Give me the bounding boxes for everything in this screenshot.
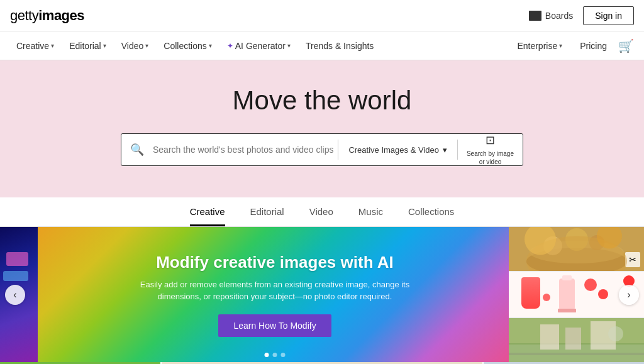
right-image-pie: ✂	[509, 227, 644, 271]
boards-icon	[529, 11, 541, 21]
image-search-icon: ⊡	[486, 133, 495, 148]
carousel-section: Modify creative images with AI Easily ad…	[0, 227, 644, 362]
nav-item-collections[interactable]: Collections ▾	[157, 31, 218, 60]
svg-point-3	[543, 236, 562, 255]
nav-item-editorial[interactable]: Editorial ▾	[63, 31, 113, 60]
main-banner: Modify creative images with AI Easily ad…	[38, 227, 512, 362]
nav-collections-label: Collections	[164, 41, 206, 51]
nav-video-label: Video	[121, 41, 144, 51]
search-type-label: Creative Images & Video	[348, 145, 439, 155]
nav-editorial-label: Editorial	[69, 41, 101, 51]
logo-part2: images	[38, 8, 84, 23]
search-by-image-button[interactable]: ⊡ Search by imageor video	[458, 133, 523, 165]
nav-bar: Creative ▾ Editorial ▾ Video ▾ Collectio…	[0, 31, 644, 60]
search-icon: 🔍	[121, 143, 153, 157]
search-input[interactable]	[153, 145, 338, 155]
nav-right: Enterprise ▾ Pricing 🛒	[511, 31, 634, 60]
banner-subtitle: Easily add or remove elements from an ex…	[124, 279, 426, 303]
svg-point-9	[584, 279, 597, 291]
tab-music[interactable]: Music	[358, 206, 383, 226]
learn-how-button[interactable]: Learn How To Modify	[218, 314, 331, 337]
chevron-down-icon: ▾	[51, 42, 54, 49]
carousel-dot-3[interactable]	[281, 353, 286, 357]
svg-point-11	[543, 294, 550, 301]
carousel-dot-1[interactable]	[265, 353, 269, 357]
svg-point-10	[598, 289, 608, 299]
chevron-down-icon: ▾	[103, 42, 106, 49]
top-bar: gettyimages Boards Sign in	[0, 0, 644, 31]
nav-item-pricing[interactable]: Pricing	[574, 31, 613, 60]
chevron-down-icon: ▾	[287, 42, 291, 49]
search-type-selector[interactable]: Creative Images & Video ▾	[338, 145, 457, 155]
svg-rect-7	[559, 279, 575, 310]
chevron-down-icon: ▾	[443, 145, 447, 155]
carousel-dots	[265, 353, 286, 357]
nav-left: Creative ▾ Editorial ▾ Video ▾ Collectio…	[10, 31, 380, 60]
carousel-next-button[interactable]: ›	[619, 285, 639, 305]
hero-title: Move the world	[233, 85, 412, 116]
right-image-street	[509, 318, 644, 362]
svg-point-5	[565, 228, 588, 251]
svg-rect-14	[509, 343, 644, 362]
image-search-label: Search by imageor video	[467, 150, 514, 166]
tab-editorial[interactable]: Editorial	[250, 206, 284, 226]
nav-item-enterprise[interactable]: Enterprise ▾	[511, 31, 569, 60]
nav-item-video[interactable]: Video ▾	[115, 31, 155, 60]
svg-rect-8	[562, 275, 572, 280]
scissors-icon: ✂	[625, 252, 640, 267]
svg-point-2	[530, 241, 624, 263]
tab-video[interactable]: Video	[309, 206, 333, 226]
svg-point-1	[526, 248, 627, 271]
boards-label: Boards	[545, 11, 573, 21]
boards-button[interactable]: Boards	[529, 11, 573, 21]
ai-sparkle-icon: ✦	[227, 41, 233, 50]
logo[interactable]: gettyimages	[10, 8, 84, 24]
chevron-left-icon: ‹	[13, 289, 16, 301]
banner-title: Modify creative images with AI	[156, 253, 394, 272]
nav-enterprise-label: Enterprise	[517, 41, 557, 51]
chevron-down-icon: ▾	[209, 42, 212, 49]
carousel-dot-2[interactable]	[273, 353, 277, 357]
tab-collections[interactable]: Collections	[408, 206, 454, 226]
svg-rect-0	[509, 227, 644, 271]
nav-item-trends[interactable]: Trends & Insights	[299, 31, 380, 60]
chevron-down-icon: ▾	[145, 42, 148, 49]
content-tabs: Creative Editorial Video Music Collectio…	[0, 197, 644, 227]
svg-rect-12	[558, 309, 576, 312]
nav-item-creative[interactable]: Creative ▾	[10, 31, 60, 60]
svg-rect-16	[565, 328, 581, 350]
chevron-down-icon: ▾	[559, 42, 562, 49]
nav-ai-label: AI Generator	[235, 41, 286, 51]
sign-in-button[interactable]: Sign in	[583, 6, 634, 25]
chevron-right-icon: ›	[627, 289, 630, 301]
search-bar: 🔍 Creative Images & Video ▾ ⊡ Search by …	[121, 133, 523, 166]
nav-trends-label: Trends & Insights	[306, 41, 374, 51]
hero-section: Move the world 🔍 Creative Images & Video…	[0, 60, 644, 197]
pie-image-svg	[509, 227, 644, 271]
svg-point-19	[608, 326, 623, 341]
nav-pricing-label: Pricing	[580, 41, 607, 51]
svg-point-4	[589, 235, 604, 250]
nav-creative-label: Creative	[16, 41, 49, 51]
nav-item-ai-generator[interactable]: ✦ AI Generator ▾	[221, 31, 297, 60]
carousel-prev-button[interactable]: ‹	[5, 285, 25, 305]
tab-creative[interactable]: Creative	[190, 206, 225, 226]
cart-icon[interactable]: 🛒	[618, 38, 634, 53]
street-svg	[509, 318, 644, 362]
logo-part1: getty	[10, 8, 38, 23]
svg-rect-15	[540, 324, 559, 350]
top-bar-right: Boards Sign in	[529, 6, 634, 25]
svg-rect-18	[509, 353, 644, 355]
